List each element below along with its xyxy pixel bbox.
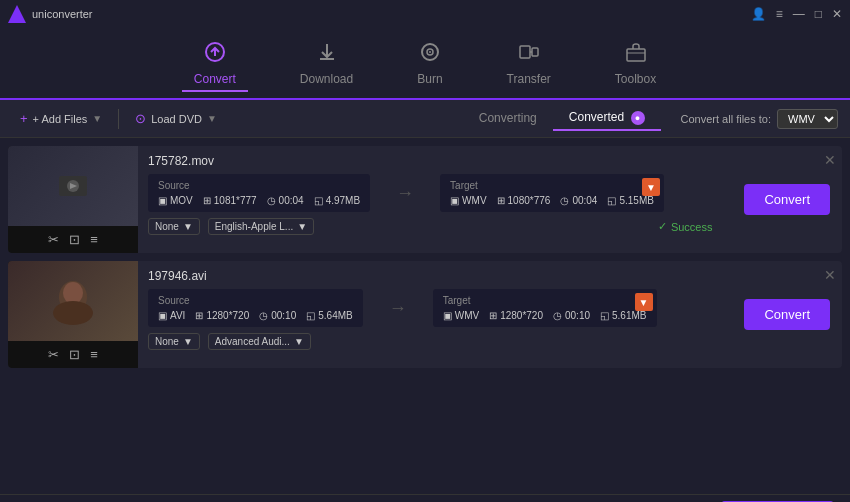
- scissors-icon-2[interactable]: ✂: [48, 347, 59, 362]
- app-logo: [8, 5, 26, 23]
- tab-converted[interactable]: Converted ●: [553, 106, 661, 131]
- success-icon-1: ✓: [658, 220, 667, 233]
- subtitle-chevron-1: ▼: [183, 221, 193, 232]
- converted-badge: ●: [631, 111, 645, 125]
- target-dropdown-btn-1[interactable]: ▼: [642, 178, 660, 196]
- res-icon-2: ⊞: [195, 310, 203, 321]
- t-format-icon-1: ▣: [450, 195, 459, 206]
- add-files-button[interactable]: + + Add Files ▼: [12, 107, 110, 130]
- success-badge-1: ✓ Success: [658, 220, 723, 233]
- size-icon-2: ◱: [306, 310, 315, 321]
- source-format-1: ▣ MOV: [158, 195, 193, 206]
- tab-group: Converting Converted ●: [463, 106, 661, 131]
- t-dur-icon-1: ◷: [560, 195, 569, 206]
- target-format-1: ▣ WMV: [450, 195, 486, 206]
- dur-icon-2: ◷: [259, 310, 268, 321]
- fx-icon-1[interactable]: ≡: [90, 232, 98, 247]
- minimize-btn[interactable]: —: [793, 7, 805, 21]
- svg-point-3: [429, 51, 431, 53]
- file-thumbnail-1: ✂ ⊡ ≡: [8, 146, 138, 253]
- file-name-1: 175782.mov: [148, 154, 722, 168]
- target-res-1: ⊞ 1080*776: [497, 195, 551, 206]
- main-content: ✂ ⊡ ≡ 175782.mov Source ▣ MOV ⊞: [0, 138, 850, 494]
- title-bar-left: uniconverter: [8, 5, 93, 23]
- target-stats-1: ▣ WMV ⊞ 1080*776 ◷ 00:04 ◱: [450, 195, 654, 206]
- toolbar-divider: [118, 109, 119, 129]
- dur-icon-1: ◷: [267, 195, 276, 206]
- source-size-1: ◱ 4.97MB: [314, 195, 360, 206]
- t-dur-icon-2: ◷: [553, 310, 562, 321]
- maximize-btn[interactable]: □: [815, 7, 822, 21]
- file-item-2: ✂ ⊡ ≡ 197946.avi Source ▣ AVI ⊞: [8, 261, 842, 368]
- target-format-2: ▣ WMV: [443, 310, 479, 321]
- user-icon[interactable]: 👤: [751, 7, 766, 21]
- subtitle-select-2[interactable]: None ▼: [148, 333, 200, 350]
- source-stats-1: ▣ MOV ⊞ 1081*777 ◷ 00:04 ◱: [158, 195, 360, 206]
- convert-button-2[interactable]: Convert: [744, 299, 830, 330]
- svg-rect-6: [627, 49, 645, 61]
- thumb-controls-2: ✂ ⊡ ≡: [42, 341, 104, 368]
- arrow-icon-1: →: [390, 183, 420, 204]
- t-size-icon-1: ◱: [607, 195, 616, 206]
- nav-download[interactable]: Download: [288, 37, 365, 90]
- source-size-2: ◱ 5.64MB: [306, 310, 352, 321]
- nav-transfer[interactable]: Transfer: [495, 37, 563, 90]
- tab-converting[interactable]: Converting: [463, 107, 553, 131]
- audio-select-2[interactable]: Advanced Audi... ▼: [208, 333, 311, 350]
- svg-point-11: [63, 282, 83, 304]
- target-box-2: Target ▣ WMV ⊞ 1280*720 ◷ 00:10: [433, 289, 657, 327]
- load-dvd-label: Load DVD: [151, 113, 202, 125]
- file-thumbnail-2: ✂ ⊡ ≡: [8, 261, 138, 368]
- dvd-chevron[interactable]: ▼: [207, 113, 217, 124]
- format-select[interactable]: WMV MP4 AVI MOV MKV: [777, 109, 838, 129]
- audio-chevron-2: ▼: [294, 336, 304, 347]
- nav-transfer-label: Transfer: [507, 72, 551, 86]
- transfer-nav-icon: [518, 41, 540, 68]
- close-file-2[interactable]: ✕: [824, 267, 836, 283]
- source-stats-2: ▣ AVI ⊞ 1280*720 ◷ 00:10 ◱: [158, 310, 353, 321]
- title-bar-controls: 👤 ≡ — □ ✕: [751, 7, 842, 21]
- nav-burn[interactable]: Burn: [405, 37, 454, 90]
- nav-convert[interactable]: Convert: [182, 37, 248, 92]
- source-dur-2: ◷ 00:10: [259, 310, 296, 321]
- file-info-row-1: Source ▣ MOV ⊞ 1081*777 ◷ 00:04: [148, 174, 722, 212]
- crop-icon-2[interactable]: ⊡: [69, 347, 80, 362]
- source-dur-1: ◷ 00:04: [267, 195, 304, 206]
- target-label-1: Target: [450, 180, 654, 191]
- res-icon-1: ⊞: [203, 195, 211, 206]
- nav-toolbox[interactable]: Toolbox: [603, 37, 668, 90]
- target-dropdown-btn-2[interactable]: ▼: [635, 293, 653, 311]
- nav-toolbox-label: Toolbox: [615, 72, 656, 86]
- convert-nav-icon: [204, 41, 226, 68]
- svg-rect-5: [532, 48, 538, 56]
- thumb-img-1: [8, 146, 138, 226]
- close-btn[interactable]: ✕: [832, 7, 842, 21]
- load-dvd-button[interactable]: ⊙ Load DVD ▼: [127, 107, 225, 130]
- file-name-2: 197946.avi: [148, 269, 722, 283]
- target-stats-2: ▣ WMV ⊞ 1280*720 ◷ 00:10 ◱: [443, 310, 647, 321]
- bottom-bar: ⏰ ⚡ High Speed Conversion Merge All Vide…: [0, 494, 850, 502]
- app-name: uniconverter: [32, 8, 93, 20]
- target-res-2: ⊞ 1280*720: [489, 310, 543, 321]
- close-file-1[interactable]: ✕: [824, 152, 836, 168]
- audio-select-1[interactable]: English-Apple L... ▼: [208, 218, 314, 235]
- toolbox-nav-icon: [625, 41, 647, 68]
- nav-burn-label: Burn: [417, 72, 442, 86]
- source-res-1: ⊞ 1081*777: [203, 195, 257, 206]
- add-files-chevron[interactable]: ▼: [92, 113, 102, 124]
- top-nav: Convert Download Burn Tran: [0, 28, 850, 100]
- scissors-icon-1[interactable]: ✂: [48, 232, 59, 247]
- source-label-2: Source: [158, 295, 353, 306]
- convert-button-1[interactable]: Convert: [744, 184, 830, 215]
- file-item: ✂ ⊡ ≡ 175782.mov Source ▣ MOV ⊞: [8, 146, 842, 253]
- plus-icon: +: [20, 111, 28, 126]
- subtitle-select-1[interactable]: None ▼: [148, 218, 200, 235]
- add-files-label: + Add Files: [33, 113, 88, 125]
- source-box-2: Source ▣ AVI ⊞ 1280*720 ◷ 00:10: [148, 289, 363, 327]
- nav-convert-label: Convert: [194, 72, 236, 86]
- crop-icon-1[interactable]: ⊡: [69, 232, 80, 247]
- fx-icon-2[interactable]: ≡: [90, 347, 98, 362]
- t-size-icon-2: ◱: [600, 310, 609, 321]
- menu-icon[interactable]: ≡: [776, 7, 783, 21]
- format-icon-1: ▣: [158, 195, 167, 206]
